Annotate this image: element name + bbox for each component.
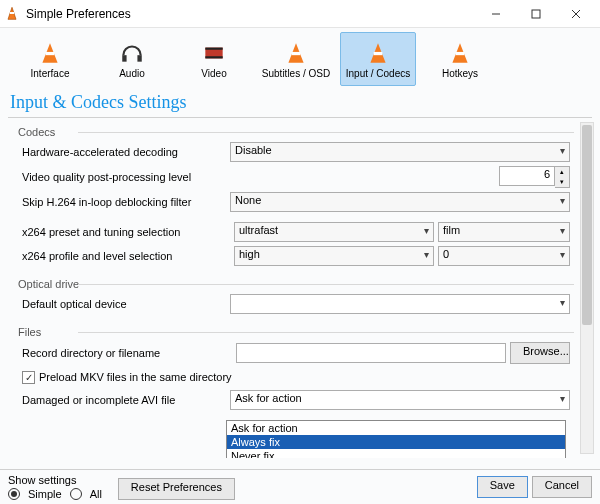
optical-row: Default optical device xyxy=(8,292,574,316)
tab-label: Audio xyxy=(119,68,145,79)
svg-rect-18 xyxy=(456,51,465,54)
minimize-button[interactable] xyxy=(476,0,516,28)
window-title: Simple Preferences xyxy=(26,7,476,21)
tab-input-codecs[interactable]: Input / Codecs xyxy=(340,32,416,86)
avi-option[interactable]: Never fix xyxy=(227,449,565,458)
check-icon: ✓ xyxy=(22,371,35,384)
tab-hotkeys[interactable]: Hotkeys xyxy=(422,32,498,86)
optical-label: Default optical device xyxy=(22,298,127,310)
avi-option[interactable]: Ask for action xyxy=(227,421,565,435)
skip-filter-label: Skip H.264 in-loop deblocking filter xyxy=(22,196,191,208)
x264-profile-row: x264 profile and level selection high 0 xyxy=(8,244,574,268)
scrollbar-thumb[interactable] xyxy=(582,125,592,325)
postproc-row: Video quality post-processing level 6 ▴▾ xyxy=(8,164,574,190)
tab-video[interactable]: Video xyxy=(176,32,252,86)
save-button[interactable]: Save xyxy=(477,476,528,498)
tab-label: Input / Codecs xyxy=(346,68,410,79)
svg-rect-16 xyxy=(374,51,383,54)
record-row: Record directory or filename Browse... xyxy=(8,340,574,366)
optical-select[interactable] xyxy=(230,294,570,314)
avi-select[interactable]: Ask for action xyxy=(230,390,570,410)
skip-filter-row: Skip H.264 in-loop deblocking filter Non… xyxy=(8,190,574,214)
radio-simple-label: Simple xyxy=(28,488,62,500)
tab-label: Video xyxy=(201,68,226,79)
radio-all-label: All xyxy=(90,488,102,500)
cone-icon xyxy=(283,40,309,66)
film-icon xyxy=(201,40,227,66)
svg-rect-1 xyxy=(10,12,14,14)
x264-level-select[interactable]: 0 xyxy=(438,246,570,266)
postproc-input[interactable]: 6 xyxy=(499,166,555,186)
titlebar: Simple Preferences xyxy=(0,0,600,28)
optical-legend: Optical drive xyxy=(8,272,574,292)
preload-label: Preload MKV files in the same directory xyxy=(39,371,232,383)
svg-rect-12 xyxy=(205,56,222,58)
preload-row: ✓ Preload MKV files in the same director… xyxy=(8,366,574,388)
scrollbar[interactable] xyxy=(580,122,594,454)
postproc-label: Video quality post-processing level xyxy=(22,171,191,183)
x264-tuning-select[interactable]: film xyxy=(438,222,570,242)
svg-rect-7 xyxy=(46,51,55,54)
hw-decoding-row: Hardware-accelerated decoding Disable xyxy=(8,140,574,164)
settings-scroll-area: Codecs Hardware-accelerated decoding Dis… xyxy=(0,120,600,458)
close-button[interactable] xyxy=(556,0,596,28)
cone-icon xyxy=(447,40,473,66)
svg-rect-11 xyxy=(205,47,222,49)
tab-label: Hotkeys xyxy=(442,68,478,79)
hw-decoding-label: Hardware-accelerated decoding xyxy=(22,146,178,158)
record-input[interactable] xyxy=(236,343,506,363)
skip-filter-select[interactable]: None xyxy=(230,192,570,212)
radio-all[interactable] xyxy=(70,488,82,500)
avi-dropdown-list[interactable]: Ask for action Always fix Never fix Fix … xyxy=(226,420,566,458)
x264-preset-label: x264 preset and tuning selection xyxy=(22,226,180,238)
codecs-legend: Codecs xyxy=(8,120,574,140)
svg-rect-8 xyxy=(122,55,126,61)
tab-interface[interactable]: Interface xyxy=(12,32,88,86)
tab-label: Interface xyxy=(31,68,70,79)
tab-audio[interactable]: Audio xyxy=(94,32,170,86)
cancel-button[interactable]: Cancel xyxy=(532,476,592,498)
reset-button[interactable]: Reset Preferences xyxy=(118,478,235,500)
svg-rect-14 xyxy=(292,51,301,54)
preload-checkbox[interactable]: ✓ Preload MKV files in the same director… xyxy=(22,371,232,384)
category-tabs: Interface Audio Video Subtitles / OSD In… xyxy=(0,28,600,86)
x264-preset-row: x264 preset and tuning selection ultrafa… xyxy=(8,220,574,244)
tab-subtitles[interactable]: Subtitles / OSD xyxy=(258,32,334,86)
avi-label: Damaged or incomplete AVI file xyxy=(22,394,175,406)
avi-row: Damaged or incomplete AVI file Ask for a… xyxy=(8,388,574,412)
x264-preset-select[interactable]: ultrafast xyxy=(234,222,434,242)
browse-button[interactable]: Browse... xyxy=(510,342,570,364)
cone-icon xyxy=(365,40,391,66)
x264-profile-label: x264 profile and level selection xyxy=(22,250,172,262)
tab-label: Subtitles / OSD xyxy=(262,68,330,79)
headphones-icon xyxy=(119,40,145,66)
svg-rect-3 xyxy=(532,10,540,18)
app-icon xyxy=(4,6,20,22)
x264-profile-select[interactable]: high xyxy=(234,246,434,266)
divider xyxy=(8,117,592,118)
maximize-button[interactable] xyxy=(516,0,556,28)
hw-decoding-select[interactable]: Disable xyxy=(230,142,570,162)
radio-simple[interactable] xyxy=(8,488,20,500)
avi-option[interactable]: Always fix xyxy=(227,435,565,449)
show-settings-label: Show settings xyxy=(8,474,102,486)
footer: Show settings Simple All Reset Preferenc… xyxy=(0,469,600,504)
cone-icon xyxy=(37,40,63,66)
spin-up[interactable]: ▴ xyxy=(555,167,569,177)
svg-rect-9 xyxy=(137,55,141,61)
record-label: Record directory or filename xyxy=(22,347,160,359)
section-title: Input & Codecs Settings xyxy=(0,86,600,117)
files-legend: Files xyxy=(8,320,574,340)
spin-down[interactable]: ▾ xyxy=(555,177,569,187)
postproc-spin[interactable]: 6 ▴▾ xyxy=(499,166,570,188)
